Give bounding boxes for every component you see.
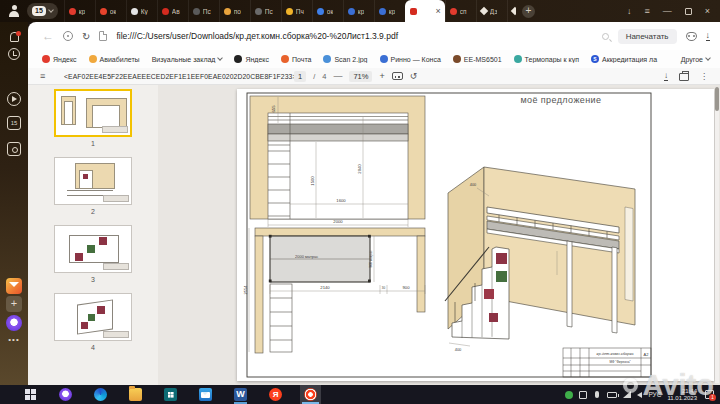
browser-tab[interactable]: Пс × [250,0,281,22]
browser-tab[interactable]: Дз × [476,0,507,22]
bookmark-item[interactable]: Авиабилеты [89,55,140,63]
screenshot-icon[interactable] [7,142,21,156]
bookmark-item[interactable]: Яндекс [42,55,77,63]
pdf-print-icon[interactable] [679,73,689,81]
bookmark-item[interactable]: Термопары к куп [514,55,579,63]
search-icon[interactable] [602,33,609,40]
tab-favicon-icon [511,7,516,15]
antivirus-tray-icon[interactable] [565,391,573,399]
tab-close-icon[interactable]: × [436,7,441,16]
total-pages: 4 [322,72,326,81]
back-icon[interactable]: ← [42,29,54,43]
download-icon[interactable]: ↓ [706,31,711,41]
play-icon[interactable] [7,92,21,106]
taskbar-app[interactable] [160,385,181,404]
browser-tab[interactable]: Пч × [281,0,312,22]
tabs-count-icon[interactable]: 15 [7,116,21,130]
taskbar-app[interactable] [125,385,146,404]
tab-group-pill[interactable]: 15 [27,3,58,19]
extension-icon[interactable] [686,32,697,41]
profile-icon[interactable] [8,5,20,17]
bookmark-item[interactable]: EE-MS6501 [453,55,502,63]
zoom-out-button[interactable]: — [333,71,342,81]
zoom-in-button[interactable]: + [379,71,384,81]
history-icon[interactable] [7,47,21,61]
rotate-icon[interactable]: ↺ [410,71,418,81]
close-button[interactable]: × [705,6,710,16]
url-text[interactable]: file:///C:/Users/user/Downloads/кр.дет.к… [116,31,592,41]
thumbnail-caption: 3 [91,276,95,283]
minimize-button[interactable]: — [663,6,672,16]
thumbnail-page-4[interactable]: 4 [54,293,132,351]
tab-favicon-icon [255,8,262,15]
browser-tab[interactable]: ок × [95,0,126,22]
browser-tab[interactable]: Ав × [157,0,188,22]
site-info-icon[interactable] [63,31,73,41]
bookmark-item[interactable]: Визуальные заклад [152,56,223,63]
tray-time: 21:44 [682,388,697,395]
notifications-bell-icon[interactable] [7,31,21,45]
browser-tab[interactable]: кр × [374,0,405,22]
taskbar-app[interactable] [230,385,251,404]
add-panel-button[interactable]: + [6,296,22,312]
tab-favicon-icon [480,7,488,15]
taskbar-app[interactable] [300,385,321,404]
battery-tray-icon[interactable] [607,392,617,398]
taskbar-app[interactable] [265,385,286,404]
bookmark-item[interactable]: Яндекс [234,55,269,63]
tab-label: сп [460,8,467,15]
pdf-sidebar-toggle-icon[interactable]: ≡ [40,71,45,81]
dim-plan-width-inner: 2140 [320,285,330,290]
bookmark-item[interactable]: Почта [281,55,311,63]
zoom-level[interactable]: 71% [349,71,372,82]
viewer-scrollbar[interactable] [715,87,719,383]
browser-tab[interactable]: ок × [312,0,343,22]
device-tray-icon[interactable] [579,391,587,399]
tab-favicon-icon [348,8,355,15]
bookmark-favicon-icon [281,55,289,63]
notification-center-icon[interactable]: 1 [705,390,714,399]
browser-tab[interactable]: сп × [445,0,476,22]
taskbar-app[interactable] [90,385,111,404]
downloads-icon[interactable]: ↓ [627,6,632,16]
volume-tray-icon[interactable] [637,392,642,398]
alice-assistant-icon[interactable] [6,315,22,331]
mail-icon[interactable] [6,278,22,294]
microphone-tray-icon[interactable] [595,391,599,398]
browser-tab[interactable]: Ку × [126,0,157,22]
browser-tab[interactable]: Дз × [507,0,516,22]
restore-button[interactable] [685,8,692,15]
tab-favicon-icon [69,8,76,15]
taskbar-app[interactable] [55,385,76,404]
taskbar-app[interactable] [195,385,216,404]
window-controls: ↓ ≡ — × [627,6,720,16]
browser-tab[interactable]: кр × [343,0,374,22]
browser-tab[interactable]: кр × [64,0,95,22]
current-page-input[interactable]: 1 [294,71,306,82]
thumbnail-page-3[interactable]: 3 [54,225,132,283]
bookmark-item[interactable]: Scan 2.jpg [323,55,367,63]
bookmark-item[interactable]: S Аккредитация ла [591,55,657,63]
thumbnail-page-2[interactable]: 2 [54,157,132,215]
browser-tab[interactable]: × [405,0,445,22]
fit-width-icon[interactable] [392,72,403,80]
browser-tab[interactable]: Пс × [188,0,219,22]
bookmark-item[interactable]: Ринно — Конса [380,55,441,63]
pdf-more-icon[interactable]: ⋮ [700,72,708,81]
print-button[interactable]: Напечатать [618,29,677,44]
menu-icon[interactable]: ≡ [644,6,649,16]
bookmarks-other-menu[interactable]: Другое [681,56,710,63]
pdf-viewer[interactable]: 655 2040 1500 1600 2000 [158,85,720,385]
browser-tab[interactable]: по × [219,0,250,22]
dim-plan-gap: 30 [382,286,386,290]
thumbnail-page-1[interactable]: 1 [54,89,132,147]
more-options-icon[interactable]: ••• [7,333,21,347]
taskbar-app[interactable] [20,385,41,404]
pdf-download-icon[interactable]: ↓ [664,72,668,81]
network-tray-icon[interactable] [623,391,631,398]
language-indicator[interactable]: РУС [648,391,661,398]
taskbar-clock[interactable]: 21:44 11.01.2023 [667,388,697,402]
scrollbar-thumb[interactable] [715,87,719,111]
new-tab-button[interactable]: + [522,5,535,18]
reload-icon[interactable]: ↻ [82,31,90,42]
